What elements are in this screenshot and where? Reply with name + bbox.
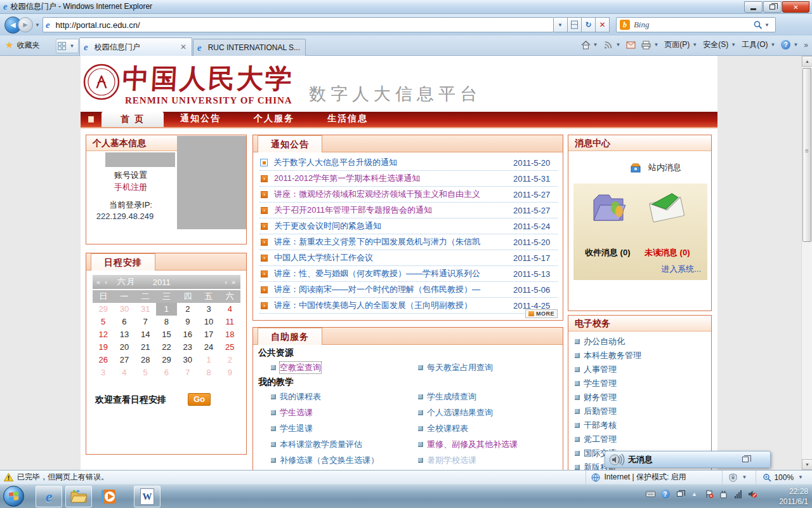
protected-mode-button[interactable]: ▼ [722,471,756,484]
search-dropdown-icon[interactable]: ▼ [764,22,769,28]
help-tray-icon[interactable]: ? [660,490,670,498]
calendar-day[interactable]: 7 [177,366,198,379]
service-link[interactable]: 学生选课 [280,407,313,418]
e-admin-link[interactable]: 财务管理 [584,392,617,403]
prev-year-icon[interactable]: « ‹ [93,278,112,286]
calendar-day[interactable]: 7 [135,316,156,328]
help-icon[interactable]: ? [781,40,790,50]
scroll-up-button[interactable]: ▲ [802,56,812,67]
calendar-day[interactable]: 26 [93,354,114,366]
e-admin-link[interactable]: 人事管理 [584,364,617,375]
account-settings-link[interactable]: 账号设置 [83,170,178,181]
calendar-day[interactable]: 5 [135,366,156,379]
tab-close-icon[interactable]: ✕ [179,43,188,51]
mobile-register-link[interactable]: 手机注册 [83,182,178,193]
calendar-day[interactable]: 16 [177,328,198,341]
calendar-day[interactable]: 9 [219,366,240,379]
e-admin-link[interactable]: 后勤管理 [584,406,617,417]
nav-tab-1[interactable]: 通知公告 [164,110,237,127]
clock[interactable]: 22:28 2011/6/1 [779,486,808,507]
service-link[interactable]: 学生退课 [280,423,313,434]
notifier-restore-icon[interactable] [742,457,749,462]
calendar-day[interactable]: 14 [135,328,156,341]
more-button[interactable]: MORE [525,309,558,318]
e-admin-link[interactable]: 干部考核 [584,420,617,431]
refresh-button[interactable]: ↻ [582,17,596,32]
e-admin-link[interactable]: 办公自动化 [584,336,625,347]
service-link[interactable]: 补修选课（含交换生选课） [280,455,379,466]
tools-menu[interactable]: 工具(O) [742,39,768,50]
volume-muted-icon[interactable] [748,490,757,498]
nav-tab-0[interactable]: 首 页 [102,112,164,127]
calendar-day[interactable]: 15 [156,328,177,341]
unread-mail-icon[interactable] [647,192,686,225]
calendar-day[interactable]: 17 [198,328,219,341]
announcement-link[interactable]: 讲座：阅读南宋——对一个时代的理解（包伟民教授）— [274,284,513,295]
page-menu[interactable]: 页面(P) [664,39,690,50]
e-admin-link[interactable]: 本科生教务管理 [584,350,641,361]
calendar-day[interactable]: 22 [156,341,177,354]
announcement-link[interactable]: 讲座：新重农主义背景下的中国发展危机与潜力（朱信凯 [274,236,513,248]
announcement-link[interactable]: 关于数字人大信息平台升级的通知 [273,157,513,168]
calendar-day[interactable]: 23 [177,341,198,354]
calendar-day[interactable]: 30 [114,303,134,316]
service-link[interactable]: 全校课程表 [427,423,468,434]
e-admin-link[interactable]: 党工管理 [584,434,617,445]
start-button[interactable] [3,486,24,507]
calendar-day[interactable]: 4 [219,303,240,316]
address-dropdown-button[interactable]: ▼ [554,17,568,32]
minimize-button[interactable] [744,1,763,13]
compatibility-view-button[interactable] [568,17,582,32]
home-dropdown-icon[interactable]: ▼ [593,42,598,48]
e-admin-link[interactable]: 学生管理 [584,378,617,389]
service-link[interactable]: 重修、副修及其他补选课 [427,439,518,450]
overflow-chevron-icon[interactable]: » [804,41,808,50]
calendar-day[interactable]: 2 [219,354,240,366]
calendar-day[interactable]: 12 [93,328,114,341]
announcement-link[interactable]: 2011-2012学年第一学期本科生选课通知 [274,173,513,184]
calendar-day[interactable]: 5 [93,316,114,328]
close-button[interactable]: ✕ [782,1,809,13]
scrollbar-thumb[interactable] [802,68,811,242]
service-link[interactable]: 我的课程表 [280,391,321,403]
calendar-day[interactable]: 8 [156,316,177,328]
enter-system-link[interactable]: 进入系统... [661,264,701,275]
search-box[interactable]: b Bing ▼ [616,17,776,32]
rss-feed-icon[interactable] [603,41,613,50]
quick-tabs-button[interactable]: ▼ [56,39,79,53]
unread-count-label[interactable]: 未读消息 (0) [645,247,690,258]
calendar-day[interactable]: 28 [135,354,156,366]
announcement-link[interactable]: 讲座：微观经济领域和宏观经济领域干预主义和自由主义 [274,189,513,200]
address-bar[interactable]: e http://portal.ruc.edu.cn/ [43,17,554,32]
calendar-day[interactable]: 13 [114,328,134,341]
calendar-day[interactable]: 24 [198,341,219,354]
calendar-day[interactable]: 18 [219,328,240,341]
stop-button[interactable]: ✕ [596,17,610,32]
url-text[interactable]: http://portal.ruc.edu.cn/ [56,20,140,30]
calendar-day[interactable]: 30 [177,354,198,366]
taskbar-explorer-button[interactable] [65,486,92,507]
service-link[interactable]: 学生成绩查询 [427,391,476,403]
favorites-button[interactable]: ★ 收藏夹 [5,39,39,51]
warning-icon[interactable] [4,473,13,481]
mail-icon[interactable] [626,41,636,50]
search-icon[interactable] [753,20,763,29]
announcement-link[interactable]: 关于更改会议时间的紧急通知 [274,220,513,232]
calendar-day[interactable]: 25 [219,341,240,354]
print-dropdown-icon[interactable]: ▼ [653,42,658,48]
forward-button[interactable]: ► [18,17,33,32]
calendar-day[interactable]: 27 [114,354,134,366]
security-menu[interactable]: 安全(S) [703,39,728,50]
calendar-day[interactable]: 29 [156,354,177,366]
calendar-day[interactable]: 31 [135,303,156,316]
calendar-day[interactable]: 1 [198,354,219,366]
inbox-count-label[interactable]: 收件消息 (0) [585,247,631,258]
announcement-link[interactable]: 讲座：中国传统美德与人的全面发展（王向明副教授） [274,300,513,311]
calendar-day[interactable]: 11 [219,316,240,328]
calendar-day[interactable]: 21 [135,341,156,354]
next-year-icon[interactable]: › » [221,278,240,286]
taskbar-wmp-button[interactable] [96,487,122,506]
announcement-link[interactable]: 中国人民大学统计工作会议 [274,252,513,264]
site-message-label[interactable]: 站内消息 [648,162,681,173]
taskbar-ie-button[interactable]: e [36,486,62,507]
